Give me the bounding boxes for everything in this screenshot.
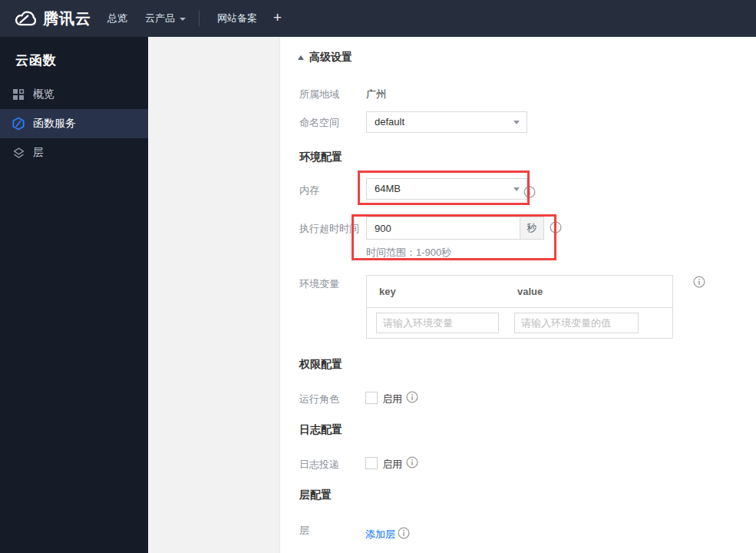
cloud-icon xyxy=(13,10,36,28)
run-role-enable-label: 启用 xyxy=(382,392,402,406)
add-layer-info-icon[interactable] xyxy=(398,527,410,539)
log-config-heading: 日志配置 xyxy=(299,423,342,437)
add-layer-link[interactable]: 添加层 xyxy=(365,528,395,541)
log-shipping-enable-checkbox[interactable] xyxy=(365,457,378,469)
envvar-value-header: value xyxy=(517,286,543,297)
top-navbar: 腾讯云 总览 云产品 网站备案 + xyxy=(0,0,756,37)
envvar-key-header: key xyxy=(379,286,396,297)
sidebar-item-layer[interactable]: 层 xyxy=(0,138,148,167)
memory-select[interactable]: 64MB xyxy=(366,178,527,200)
namespace-label: 命名空间 xyxy=(299,116,339,130)
memory-label: 内存 xyxy=(299,184,319,197)
sidebar-item-overview[interactable]: 概览 xyxy=(0,80,148,109)
envvar-value-input[interactable] xyxy=(514,313,639,333)
grid-icon xyxy=(12,88,25,101)
nav-cloud-products[interactable]: 云产品 xyxy=(145,0,186,37)
timeout-input-group: 秒 xyxy=(366,217,544,240)
sidebar-item-label: 概览 xyxy=(33,88,54,101)
advanced-settings-label: 高级设置 xyxy=(309,51,352,65)
log-shipping-info-icon[interactable] xyxy=(406,456,418,469)
sidebar-title: 云函数 xyxy=(0,37,148,80)
timeout-label: 执行超时时间 xyxy=(299,222,359,236)
brand-name: 腾讯云 xyxy=(43,8,91,29)
log-shipping-enable-label: 启用 xyxy=(382,458,402,472)
memory-info-icon[interactable] xyxy=(523,186,536,198)
hexagon-function-icon xyxy=(12,117,25,131)
tencent-cloud-logo[interactable]: 腾讯云 xyxy=(13,0,91,37)
caret-down-icon xyxy=(180,18,186,21)
nav-overview[interactable]: 总览 xyxy=(107,0,127,37)
timeout-unit-suffix: 秒 xyxy=(520,217,543,239)
nav-icp-filing[interactable]: 网站备案 xyxy=(217,0,257,37)
log-shipping-label: 日志投递 xyxy=(299,458,339,472)
nav-cloud-products-label: 云产品 xyxy=(145,12,175,24)
run-role-label: 运行角色 xyxy=(299,392,339,406)
sidebar: 云函数 概览 函数服务 层 xyxy=(0,37,148,553)
function-config-form: 高级设置 所属地域 广州 命名空间 default 环境配置 内存 64MB 执… xyxy=(280,37,756,553)
layer-label: 层 xyxy=(299,524,309,538)
sidebar-item-function-service[interactable]: 函数服务 xyxy=(0,109,148,138)
layers-icon xyxy=(12,146,25,160)
namespace-selected-value: default xyxy=(375,116,404,127)
timeout-info-icon[interactable] xyxy=(550,221,562,233)
sidebar-item-label: 函数服务 xyxy=(33,117,76,131)
memory-selected-value: 64MB xyxy=(375,183,401,194)
navbar-divider xyxy=(199,11,200,26)
secondary-panel xyxy=(148,37,280,553)
add-tab-button[interactable]: + xyxy=(273,0,282,37)
permission-config-heading: 权限配置 xyxy=(299,358,342,372)
caret-down-icon xyxy=(513,121,520,124)
envvar-info-icon[interactable] xyxy=(693,276,705,288)
timeout-range-hint: 时间范围：1-900秒 xyxy=(366,246,451,260)
caret-down-icon xyxy=(513,187,520,191)
namespace-select[interactable]: default xyxy=(366,111,527,133)
region-value: 广州 xyxy=(366,88,386,101)
envvar-input-row xyxy=(367,308,672,338)
envvar-key-input[interactable] xyxy=(376,313,499,333)
run-role-info-icon[interactable] xyxy=(406,391,418,403)
envvar-table: key value xyxy=(366,275,673,339)
triangle-up-icon xyxy=(298,55,304,60)
timeout-input[interactable] xyxy=(367,217,520,239)
envvar-table-header: key value xyxy=(367,276,672,308)
envvar-label: 环境变量 xyxy=(299,277,339,291)
advanced-settings-toggle[interactable]: 高级设置 xyxy=(298,51,352,65)
sidebar-item-label: 层 xyxy=(33,146,44,160)
env-config-heading: 环境配置 xyxy=(299,151,342,164)
layer-config-heading: 层配置 xyxy=(299,488,332,502)
run-role-enable-checkbox[interactable] xyxy=(365,392,378,404)
region-label: 所属地域 xyxy=(299,88,339,101)
